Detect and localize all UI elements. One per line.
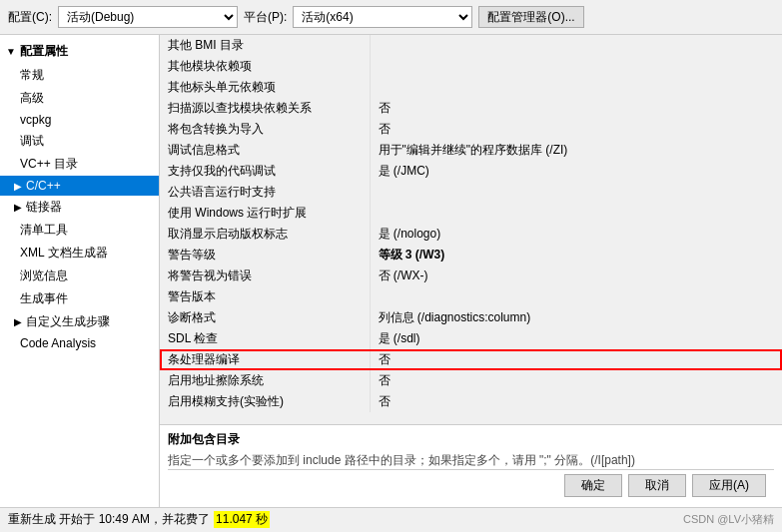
table-row[interactable]: 取消显示启动版权标志是 (/nologo) (160, 224, 782, 245)
table-row[interactable]: 支持仅我的代码调试是 (/JMC) (160, 161, 782, 182)
status-text: 重新生成 开始于 10:49 AM，并花费了 (8, 511, 210, 528)
sidebar: ▼ 配置属性 常规 高级 vcpkg 调试 VC++ 目录 ▶C/C++ ▶链接… (0, 35, 160, 507)
config-manager-button[interactable]: 配置管理器(O)... (478, 6, 583, 28)
sidebar-item-general[interactable]: 常规 (0, 64, 159, 87)
table-row[interactable]: 使用 Windows 运行时扩展 (160, 203, 782, 224)
table-row[interactable]: 条处理器编译否 (160, 349, 782, 370)
prop-value (370, 203, 782, 224)
prop-name: 警告等级 (160, 245, 370, 266)
watermark: CSDN @LV小猪精 (683, 512, 774, 527)
prop-value: 否 (370, 349, 782, 370)
prop-value: 否 (370, 370, 782, 391)
sidebar-item-debug[interactable]: 调试 (0, 130, 159, 153)
description-area: 附加包含目录 指定一个或多个要添加到 include 路径中的目录；如果指定多个… (160, 424, 782, 507)
prop-name: 启用模糊支持(实验性) (160, 391, 370, 412)
table-row[interactable]: 其他模块依赖项 (160, 56, 782, 77)
prop-name: 其他模块依赖项 (160, 56, 370, 77)
prop-name: 公共语言运行时支持 (160, 182, 370, 203)
sidebar-item-advanced[interactable]: 高级 (0, 87, 159, 110)
table-row[interactable]: 启用模糊支持(实验性)否 (160, 391, 782, 412)
ok-button[interactable]: 确定 (564, 474, 622, 497)
table-row[interactable]: 将包含转换为导入否 (160, 119, 782, 140)
sidebar-item-build-events[interactable]: 生成事件 (0, 287, 159, 310)
table-row[interactable]: 其他 BMI 目录 (160, 35, 782, 56)
prop-name: 调试信息格式 (160, 140, 370, 161)
prop-value: 列信息 (/diagnostics:column) (370, 307, 782, 328)
status-bar: 重新生成 开始于 10:49 AM，并花费了 11.047 秒 CSDN @LV… (0, 507, 782, 531)
prop-value: 用于"编辑并继续"的程序数据库 (/ZI) (370, 140, 782, 161)
description-title: 附加包含目录 (168, 431, 774, 448)
sidebar-item-manifest[interactable]: 清单工具 (0, 219, 159, 242)
sidebar-header-label: 配置属性 (20, 43, 68, 60)
platform-label: 平台(P): (244, 9, 287, 26)
config-label: 配置(C): (8, 9, 52, 26)
prop-value (370, 56, 782, 77)
main-content: ▼ 配置属性 常规 高级 vcpkg 调试 VC++ 目录 ▶C/C++ ▶链接… (0, 35, 782, 507)
sidebar-item-xml[interactable]: XML 文档生成器 (0, 242, 159, 265)
sidebar-item-vc-dirs[interactable]: VC++ 目录 (0, 153, 159, 176)
prop-name: 使用 Windows 运行时扩展 (160, 203, 370, 224)
prop-name: 其他标头单元依赖项 (160, 77, 370, 98)
sidebar-item-vcpkg[interactable]: vcpkg (0, 110, 159, 130)
apply-button[interactable]: 应用(A) (692, 474, 766, 497)
prop-name: 警告版本 (160, 286, 370, 307)
bottom-buttons: 确定 取消 应用(A) (168, 469, 774, 501)
status-highlight: 11.047 秒 (214, 511, 270, 528)
table-row[interactable]: 诊断格式列信息 (/diagnostics:column) (160, 307, 782, 328)
prop-value: 否 (370, 98, 782, 119)
table-row[interactable]: 扫描源以查找模块依赖关系否 (160, 98, 782, 119)
platform-select[interactable]: 活动(x64) (293, 6, 472, 28)
properties-scroll[interactable]: 其他 BMI 目录其他模块依赖项其他标头单元依赖项扫描源以查找模块依赖关系否将包… (160, 35, 782, 424)
prop-name: 取消显示启动版权标志 (160, 224, 370, 245)
expand-arrow-icon: ▶ (14, 202, 22, 213)
prop-name: 支持仅我的代码调试 (160, 161, 370, 182)
prop-value (370, 182, 782, 203)
prop-value: 是 (/JMC) (370, 161, 782, 182)
expand-arrow-icon: ▶ (14, 316, 22, 327)
prop-name: 条处理器编译 (160, 349, 370, 370)
prop-value (370, 77, 782, 98)
table-row[interactable]: 公共语言运行时支持 (160, 182, 782, 203)
table-row[interactable]: 启用地址擦除系统否 (160, 370, 782, 391)
prop-value: 否 (370, 119, 782, 140)
description-text: 指定一个或多个要添加到 include 路径中的目录；如果指定多个，请用 ";"… (168, 452, 774, 469)
sidebar-item-code-analysis[interactable]: Code Analysis (0, 333, 159, 353)
prop-name: 扫描源以查找模块依赖关系 (160, 98, 370, 119)
sidebar-item-browse[interactable]: 浏览信息 (0, 265, 159, 287)
prop-name: 诊断格式 (160, 307, 370, 328)
prop-value: 否 (/WX-) (370, 266, 782, 286)
top-toolbar: 配置(C): 活动(Debug) 平台(P): 活动(x64) 配置管理器(O)… (0, 0, 782, 35)
config-select[interactable]: 活动(Debug) (58, 6, 238, 28)
prop-value: 是 (/sdl) (370, 328, 782, 349)
sidebar-item-linker[interactable]: ▶链接器 (0, 196, 159, 219)
table-row[interactable]: SDL 检查是 (/sdl) (160, 328, 782, 349)
properties-table: 其他 BMI 目录其他模块依赖项其他标头单元依赖项扫描源以查找模块依赖关系否将包… (160, 35, 782, 412)
table-row[interactable]: 警告版本 (160, 286, 782, 307)
prop-value (370, 286, 782, 307)
cancel-button[interactable]: 取消 (628, 474, 686, 497)
prop-name: 将包含转换为导入 (160, 119, 370, 140)
table-row[interactable]: 其他标头单元依赖项 (160, 77, 782, 98)
right-panel: 其他 BMI 目录其他模块依赖项其他标头单元依赖项扫描源以查找模块依赖关系否将包… (160, 35, 782, 507)
sidebar-header[interactable]: ▼ 配置属性 (0, 39, 159, 64)
sidebar-item-cpp[interactable]: ▶C/C++ (0, 176, 159, 196)
prop-value: 等级 3 (/W3) (370, 245, 782, 266)
prop-value (370, 35, 782, 56)
prop-value: 否 (370, 391, 782, 412)
sidebar-item-custom-build[interactable]: ▶自定义生成步骤 (0, 310, 159, 333)
prop-name: 将警告视为错误 (160, 266, 370, 286)
prop-name: 其他 BMI 目录 (160, 35, 370, 56)
table-row[interactable]: 警告等级等级 3 (/W3) (160, 245, 782, 266)
table-row[interactable]: 将警告视为错误否 (/WX-) (160, 266, 782, 286)
prop-name: 启用地址擦除系统 (160, 370, 370, 391)
table-row[interactable]: 调试信息格式用于"编辑并继续"的程序数据库 (/ZI) (160, 140, 782, 161)
expand-arrow-icon: ▶ (14, 181, 22, 192)
collapse-arrow-icon: ▼ (6, 46, 16, 57)
prop-name: SDL 检查 (160, 328, 370, 349)
prop-value: 是 (/nologo) (370, 224, 782, 245)
